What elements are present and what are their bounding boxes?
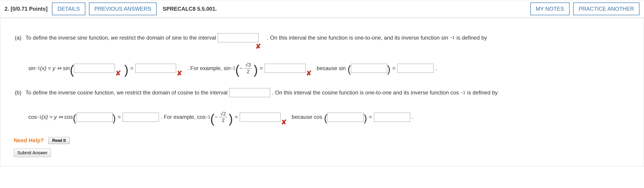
superscript-neg1: −1 bbox=[460, 88, 465, 98]
part-a-interval-input[interactable] bbox=[218, 33, 258, 42]
period: . bbox=[436, 62, 437, 74]
fraction: √3 2 bbox=[244, 62, 252, 74]
equals: = bbox=[130, 62, 134, 74]
part-b-because-result-input[interactable] bbox=[374, 113, 410, 122]
part-b-interval-input[interactable] bbox=[229, 88, 270, 97]
part-b-text1: To define the inverse cosine function, w… bbox=[26, 87, 228, 99]
denominator: 2 bbox=[222, 117, 224, 123]
need-help-row: Need Help? Read It bbox=[14, 137, 630, 144]
numerator: √3 bbox=[244, 62, 252, 68]
part-b-cos-arg-input[interactable] bbox=[76, 113, 112, 122]
equals: = bbox=[369, 111, 372, 123]
wrong-icon: ✘ bbox=[306, 66, 312, 81]
previous-answers-button[interactable]: PREVIOUS ANSWERS bbox=[89, 3, 157, 15]
part-a-text1: To define the inverse sine function, we … bbox=[26, 32, 216, 44]
equals: = bbox=[260, 62, 263, 74]
part-a-label: (a) bbox=[15, 32, 21, 44]
superscript-neg1: −1 bbox=[450, 33, 455, 42]
period: . bbox=[412, 111, 414, 123]
minus: − bbox=[240, 62, 243, 74]
need-help-label: Need Help? bbox=[14, 137, 44, 144]
eq-text: (x) = y ⇔ cos bbox=[42, 111, 73, 123]
sin-label: sin bbox=[28, 62, 36, 74]
question-content: (a) To define the inverse sine function,… bbox=[0, 18, 644, 166]
superscript-neg1: −1 bbox=[206, 113, 210, 122]
part-b-text2: . On this interval the cosine function i… bbox=[272, 87, 459, 99]
wrong-icon: ✘ bbox=[256, 39, 261, 54]
part-b-example-result-input[interactable] bbox=[240, 113, 280, 122]
part-b-because-arg-input[interactable] bbox=[327, 113, 364, 122]
part-a-because-arg-input[interactable] bbox=[351, 64, 387, 73]
part-b-line1: (b) To define the inverse cosine functio… bbox=[14, 86, 630, 100]
practice-another-button[interactable]: PRACTICE ANOTHER bbox=[573, 3, 640, 15]
superscript-neg1: −1 bbox=[36, 64, 40, 73]
example-text: . For example, cos bbox=[161, 111, 206, 123]
wrong-icon: ✘ bbox=[115, 66, 121, 81]
because-text: because cos bbox=[292, 111, 322, 123]
minus: − bbox=[214, 111, 218, 123]
wrong-icon: ✘ bbox=[176, 66, 182, 81]
part-a-because-result-input[interactable] bbox=[397, 64, 434, 73]
superscript-neg1: −1 bbox=[231, 64, 236, 73]
fraction: √2 2 bbox=[219, 111, 227, 123]
example-text: . For example, sin bbox=[187, 62, 231, 74]
part-a-line1: (a) To define the inverse sine function,… bbox=[14, 25, 630, 51]
part-a-sin-result-input[interactable] bbox=[135, 64, 176, 73]
denominator: 2 bbox=[247, 68, 250, 74]
equals: = bbox=[235, 111, 238, 123]
equals: = bbox=[392, 62, 396, 74]
part-a-example-result-input[interactable] bbox=[265, 64, 306, 73]
question-reference: SPRECALC8 5.5.001. bbox=[162, 6, 217, 12]
cos-label: cos bbox=[28, 111, 37, 123]
question-header: 2. [0/0.71 Points] DETAILS PREVIOUS ANSW… bbox=[0, 0, 644, 18]
read-it-button[interactable]: Read It bbox=[48, 137, 70, 144]
equals: = bbox=[118, 111, 121, 123]
part-a-sin-arg-input[interactable] bbox=[74, 64, 115, 73]
part-b-label: (b) bbox=[15, 87, 21, 99]
wrong-icon: ✘ bbox=[281, 115, 287, 130]
because-text: because sin bbox=[317, 62, 346, 74]
part-a-text2: . On this interval the sine function is … bbox=[267, 32, 448, 44]
part-b-line2: cos−1(x) = y ⇔ cos ( ) = . For example, … bbox=[14, 109, 630, 126]
part-b-cos-result-input[interactable] bbox=[122, 113, 159, 122]
superscript-neg1: −1 bbox=[37, 113, 42, 122]
submit-answer-button[interactable]: Submit Answer bbox=[14, 149, 51, 157]
question-points: 2. [0/0.71 Points] bbox=[4, 6, 48, 12]
numerator: √2 bbox=[219, 111, 227, 117]
part-b-text3: is defined by bbox=[467, 87, 498, 99]
details-button[interactable]: DETAILS bbox=[52, 3, 85, 15]
eq-text: (x) = y ⇔ sin bbox=[40, 62, 70, 74]
part-a-text3: is defined by bbox=[456, 32, 487, 44]
my-notes-button[interactable]: MY NOTES bbox=[530, 3, 570, 15]
part-a-line2: sin−1(x) = y ⇔ sin ( ✘ ) = ✘ . For examp… bbox=[14, 60, 630, 77]
